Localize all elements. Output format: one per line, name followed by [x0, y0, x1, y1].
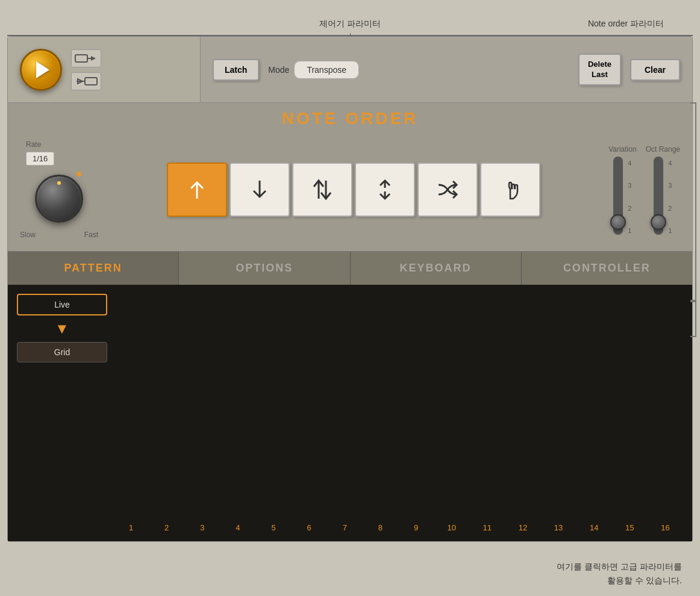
pattern-buttons: Live ▼ Grid [17, 294, 107, 362]
grid-num-11: 11 [469, 523, 505, 532]
play-section [8, 37, 201, 102]
grid-num-10: 10 [434, 523, 469, 532]
grid-num-12: 12 [505, 523, 540, 532]
grid-num-2: 2 [149, 523, 184, 532]
dir-btn-down[interactable] [230, 163, 290, 217]
variation-slider-group: Variation 4 3 2 1 [608, 145, 636, 235]
latch-button[interactable]: Latch [213, 59, 259, 81]
rate-value[interactable]: 1/16 [26, 152, 54, 166]
oct-range-numbers: 4 3 2 1 [668, 157, 672, 235]
dir-btn-up-down[interactable] [292, 163, 352, 217]
variation-slider[interactable] [613, 157, 623, 235]
delete-last-button[interactable]: DeleteLast [578, 54, 621, 86]
direction-buttons [110, 163, 596, 217]
tab-keyboard[interactable]: KEYBOARD [351, 252, 522, 285]
flow-icon-2 [71, 72, 101, 90]
svg-rect-3 [85, 78, 97, 85]
mode-section: Mode Transpose [268, 61, 359, 79]
grid-num-1: 1 [113, 523, 149, 532]
grid-num-9: 9 [398, 523, 434, 532]
grid-num-3: 3 [184, 523, 220, 532]
note-order-section: NOTE ORDER Rate 1/16 Slow Fast [8, 103, 692, 252]
mode-display[interactable]: Transpose [294, 61, 359, 79]
grid-num-13: 13 [541, 523, 577, 532]
grid-num-8: 8 [363, 523, 398, 532]
clear-button[interactable]: Clear [630, 59, 680, 81]
oct-range-slider-group: Oct Range 4 3 2 1 [646, 145, 680, 235]
dir-btn-random[interactable] [417, 163, 478, 217]
tab-options[interactable]: OPTIONS [179, 252, 350, 285]
dir-btn-up[interactable] [167, 163, 227, 217]
grid-numbers: 1 2 3 4 5 6 7 8 9 10 11 12 13 14 15 16 [17, 511, 683, 532]
mode-label: Mode [268, 65, 289, 75]
grid-num-16: 16 [648, 523, 683, 532]
oct-range-slider[interactable] [654, 157, 663, 235]
controls-section: Latch Mode Transpose DeleteLast Clear [201, 37, 692, 102]
rate-knob[interactable] [35, 175, 83, 223]
tab-bar: PATTERN OPTIONS KEYBOARD CONTROLLER [8, 252, 692, 285]
rate-label: Rate [26, 140, 41, 149]
bottom-annotation: 여기를 클릭하면 고급 파라미터를 활용할 수 있습니다. [557, 560, 682, 587]
grid-num-15: 15 [612, 523, 648, 532]
grid-num-4: 4 [220, 523, 255, 532]
grid-num-14: 14 [577, 523, 612, 532]
svg-rect-0 [75, 55, 87, 62]
grid-num-5: 5 [256, 523, 292, 532]
slow-label: Slow [20, 231, 36, 239]
flow-icon-1 [71, 49, 101, 67]
grid-button[interactable]: Grid [17, 342, 107, 362]
flow-icons [71, 49, 101, 90]
arrow-down-icon: ▼ [17, 320, 107, 337]
svg-marker-2 [91, 56, 96, 61]
tab-bracket [690, 301, 696, 337]
sliders-section: Variation 4 3 2 1 [608, 145, 680, 235]
play-button[interactable] [20, 49, 62, 91]
tab-pattern[interactable]: PATTERN [8, 252, 179, 285]
live-button[interactable]: Live [17, 294, 107, 315]
note-order-bracket [690, 102, 696, 301]
grid-num-7: 7 [327, 523, 363, 532]
rate-section: Rate 1/16 Slow Fast [20, 140, 98, 239]
fast-label: Fast [84, 231, 98, 239]
tab-controller[interactable]: CONTROLLER [522, 252, 692, 285]
pattern-area: Live ▼ Grid 1 2 3 4 5 6 7 8 9 10 11 12 1… [8, 285, 692, 541]
right-annotation-label: Note order 파라미터 [588, 19, 664, 29]
variation-numbers: 4 3 2 1 [628, 157, 631, 235]
dir-btn-converge[interactable] [355, 163, 415, 217]
oct-range-label: Oct Range [646, 145, 680, 154]
dir-btn-hold[interactable] [480, 163, 540, 217]
variation-label: Variation [608, 145, 636, 154]
center-annotation-label: 제어기 파라미터 [319, 19, 381, 29]
top-bar: Latch Mode Transpose DeleteLast Clear [8, 37, 692, 103]
knob-container [32, 172, 86, 226]
note-order-title: NOTE ORDER [8, 103, 692, 134]
grid-num-6: 6 [292, 523, 327, 532]
